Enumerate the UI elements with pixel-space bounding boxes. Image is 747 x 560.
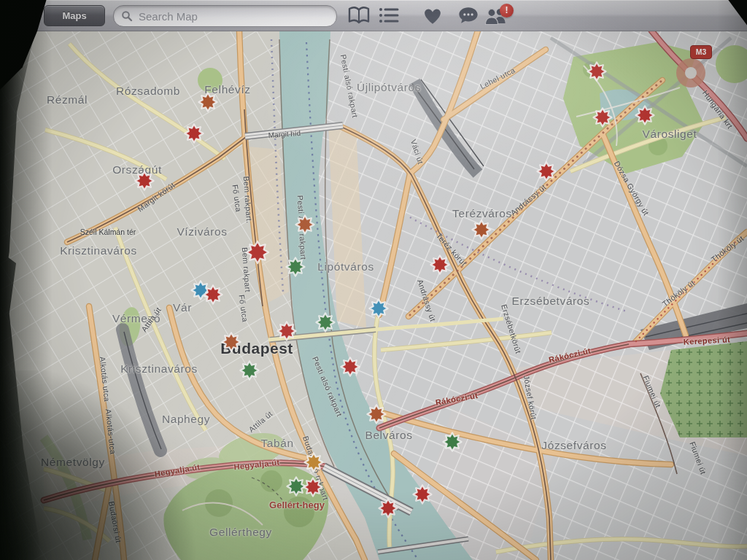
maps-toolbar: Maps bbox=[0, 0, 747, 31]
search-input[interactable] bbox=[137, 9, 315, 23]
bezel-bottom-left bbox=[0, 370, 219, 560]
map-pin-red[interactable] bbox=[538, 163, 556, 181]
map-pin-green[interactable] bbox=[444, 433, 462, 451]
map-pin-red[interactable] bbox=[636, 106, 654, 125]
map-pin-red[interactable] bbox=[278, 322, 296, 341]
map-pin-blue[interactable] bbox=[370, 300, 388, 318]
maps-button[interactable]: Maps bbox=[44, 5, 105, 26]
map-pin-rust[interactable] bbox=[473, 221, 491, 239]
map-pin-orange[interactable] bbox=[305, 454, 323, 472]
search-field[interactable] bbox=[113, 5, 337, 27]
favorites-button[interactable] bbox=[421, 0, 444, 31]
map-pin-red[interactable] bbox=[594, 109, 612, 127]
map-pin-rust[interactable] bbox=[296, 216, 314, 234]
map-pin-red[interactable] bbox=[414, 486, 432, 504]
messages-button[interactable] bbox=[457, 0, 480, 31]
map-pin-red[interactable] bbox=[431, 256, 449, 274]
map-pin-red[interactable] bbox=[588, 63, 606, 81]
map-pin-red[interactable] bbox=[247, 241, 268, 263]
list-button[interactable] bbox=[378, 0, 400, 31]
bookmarks-button[interactable] bbox=[347, 0, 371, 31]
book-icon bbox=[347, 6, 371, 26]
map-pin-red[interactable] bbox=[304, 478, 322, 497]
map-pin-green[interactable] bbox=[241, 362, 259, 380]
map-pin-rust[interactable] bbox=[368, 405, 386, 424]
list-icon bbox=[379, 7, 399, 24]
notification-badge[interactable]: ! bbox=[500, 4, 514, 18]
heart-icon bbox=[422, 6, 444, 26]
chat-bubble-icon bbox=[457, 5, 479, 26]
map-pin-red[interactable] bbox=[136, 172, 154, 190]
map-pin-red[interactable] bbox=[204, 286, 222, 304]
map-pin-green[interactable] bbox=[287, 258, 305, 276]
map-pin-red[interactable] bbox=[379, 499, 398, 518]
map-pin-rust[interactable] bbox=[199, 93, 217, 112]
map-pin-green[interactable] bbox=[287, 478, 306, 496]
map-pin-rust[interactable] bbox=[222, 333, 241, 351]
map-pin-red[interactable] bbox=[185, 125, 204, 143]
search-icon bbox=[121, 10, 133, 22]
map-pin-red[interactable] bbox=[341, 358, 360, 376]
map-pin-green[interactable] bbox=[317, 314, 335, 332]
